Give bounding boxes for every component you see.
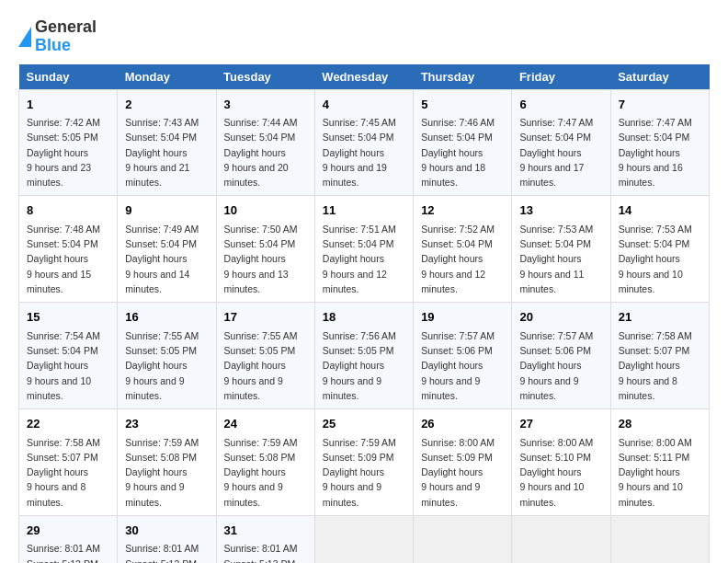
day-number: 26 [421, 415, 504, 433]
day-number: 24 [224, 415, 307, 433]
day-number: 12 [421, 201, 504, 220]
logo: General Blue [18, 18, 97, 55]
day-number: 23 [125, 415, 208, 433]
calendar-cell: 28Sunrise: 8:00 AMSunset: 5:11 PMDayligh… [610, 409, 709, 516]
calendar-cell: 25Sunrise: 7:59 AMSunset: 5:09 PMDayligh… [314, 409, 413, 516]
calendar-week-3: 15Sunrise: 7:54 AMSunset: 5:04 PMDayligh… [19, 303, 710, 409]
day-info: Sunrise: 7:46 AMSunset: 5:04 PMDaylight … [421, 115, 504, 190]
logo-name-blue: Blue [35, 37, 97, 55]
calendar-cell: 21Sunrise: 7:58 AMSunset: 5:07 PMDayligh… [610, 303, 709, 409]
logo-icon [18, 27, 31, 47]
calendar-cell: 10Sunrise: 7:50 AMSunset: 5:04 PMDayligh… [216, 196, 314, 303]
calendar-cell: 26Sunrise: 8:00 AMSunset: 5:09 PMDayligh… [414, 409, 512, 516]
calendar-cell: 20Sunrise: 7:57 AMSunset: 5:06 PMDayligh… [512, 303, 610, 409]
day-info: Sunrise: 7:44 AMSunset: 5:04 PMDaylight … [224, 115, 307, 190]
weekday-header-wednesday: Wednesday [314, 64, 413, 90]
day-number: 2 [125, 96, 208, 114]
calendar-cell: 27Sunrise: 8:00 AMSunset: 5:10 PMDayligh… [512, 409, 610, 516]
day-info: Sunrise: 7:58 AMSunset: 5:07 PMDaylight … [27, 435, 109, 510]
weekday-header-sunday: Sunday [19, 64, 118, 90]
day-number: 1 [27, 96, 109, 114]
day-info: Sunrise: 7:59 AMSunset: 5:08 PMDaylight … [125, 435, 208, 510]
calendar-cell: 18Sunrise: 7:56 AMSunset: 5:05 PMDayligh… [314, 303, 413, 409]
day-info: Sunrise: 7:47 AMSunset: 5:04 PMDaylight … [519, 115, 602, 190]
day-info: Sunrise: 7:59 AMSunset: 5:08 PMDaylight … [224, 435, 307, 510]
calendar-table: SundayMondayTuesdayWednesdayThursdayFrid… [18, 64, 710, 563]
calendar-cell: 16Sunrise: 7:55 AMSunset: 5:05 PMDayligh… [118, 303, 216, 409]
day-info: Sunrise: 7:49 AMSunset: 5:04 PMDaylight … [125, 222, 208, 296]
weekday-header-row: SundayMondayTuesdayWednesdayThursdayFrid… [19, 64, 710, 90]
day-number: 5 [421, 96, 504, 114]
day-number: 20 [519, 308, 602, 327]
weekday-header-saturday: Saturday [610, 64, 709, 90]
weekday-header-thursday: Thursday [414, 64, 512, 90]
day-info: Sunrise: 7:55 AMSunset: 5:05 PMDaylight … [125, 328, 208, 403]
day-number: 13 [519, 201, 602, 220]
day-info: Sunrise: 8:01 AMSunset: 5:13 PMDaylight … [224, 541, 307, 563]
day-number: 25 [323, 415, 405, 433]
day-number: 3 [224, 96, 307, 114]
day-info: Sunrise: 7:43 AMSunset: 5:04 PMDaylight … [125, 115, 208, 190]
calendar-cell: 22Sunrise: 7:58 AMSunset: 5:07 PMDayligh… [19, 409, 118, 516]
day-number: 8 [27, 201, 109, 220]
day-number: 16 [125, 308, 208, 327]
day-info: Sunrise: 7:55 AMSunset: 5:05 PMDaylight … [224, 328, 307, 403]
calendar-cell: 12Sunrise: 7:52 AMSunset: 5:04 PMDayligh… [414, 196, 512, 303]
day-number: 10 [224, 201, 307, 220]
day-number: 19 [421, 308, 504, 327]
day-info: Sunrise: 7:51 AMSunset: 5:04 PMDaylight … [323, 222, 405, 296]
day-info: Sunrise: 8:01 AMSunset: 5:12 PMDaylight … [27, 541, 109, 563]
day-number: 27 [519, 415, 602, 433]
day-number: 7 [619, 96, 701, 114]
weekday-header-monday: Monday [118, 64, 216, 90]
day-info: Sunrise: 8:01 AMSunset: 5:12 PMDaylight … [125, 541, 208, 563]
page-header: General Blue [18, 18, 710, 55]
calendar-cell: 1Sunrise: 7:42 AMSunset: 5:05 PMDaylight… [19, 89, 118, 196]
calendar-cell: 9Sunrise: 7:49 AMSunset: 5:04 PMDaylight… [118, 196, 216, 303]
calendar-cell: 13Sunrise: 7:53 AMSunset: 5:04 PMDayligh… [512, 196, 610, 303]
logo-name-general: General [35, 18, 97, 37]
calendar-cell: 6Sunrise: 7:47 AMSunset: 5:04 PMDaylight… [512, 89, 610, 196]
day-number: 18 [323, 308, 405, 327]
calendar-cell: 24Sunrise: 7:59 AMSunset: 5:08 PMDayligh… [216, 409, 314, 516]
day-info: Sunrise: 8:00 AMSunset: 5:11 PMDaylight … [619, 435, 701, 510]
calendar-cell: 11Sunrise: 7:51 AMSunset: 5:04 PMDayligh… [314, 196, 413, 303]
day-info: Sunrise: 7:59 AMSunset: 5:09 PMDaylight … [323, 435, 405, 510]
day-number: 9 [125, 201, 208, 220]
day-info: Sunrise: 7:53 AMSunset: 5:04 PMDaylight … [519, 222, 602, 296]
calendar-cell: 29Sunrise: 8:01 AMSunset: 5:12 PMDayligh… [19, 515, 118, 563]
calendar-cell [512, 515, 610, 563]
calendar-cell: 3Sunrise: 7:44 AMSunset: 5:04 PMDaylight… [216, 89, 314, 196]
calendar-cell: 4Sunrise: 7:45 AMSunset: 5:04 PMDaylight… [314, 89, 413, 196]
day-info: Sunrise: 7:48 AMSunset: 5:04 PMDaylight … [27, 222, 109, 296]
day-number: 31 [224, 522, 307, 540]
day-number: 17 [224, 308, 307, 327]
day-number: 30 [125, 522, 208, 540]
day-info: Sunrise: 8:00 AMSunset: 5:10 PMDaylight … [519, 435, 602, 510]
day-info: Sunrise: 7:42 AMSunset: 5:05 PMDaylight … [27, 115, 109, 190]
day-number: 22 [27, 415, 109, 433]
calendar-cell: 23Sunrise: 7:59 AMSunset: 5:08 PMDayligh… [118, 409, 216, 516]
day-number: 28 [619, 415, 701, 433]
calendar-cell [414, 515, 512, 563]
calendar-cell [314, 515, 413, 563]
calendar-cell: 7Sunrise: 7:47 AMSunset: 5:04 PMDaylight… [610, 89, 709, 196]
calendar-week-1: 1Sunrise: 7:42 AMSunset: 5:05 PMDaylight… [19, 89, 710, 196]
day-number: 4 [323, 96, 405, 114]
weekday-header-friday: Friday [512, 64, 610, 90]
day-info: Sunrise: 7:50 AMSunset: 5:04 PMDaylight … [224, 222, 307, 296]
day-info: Sunrise: 8:00 AMSunset: 5:09 PMDaylight … [421, 435, 504, 510]
day-info: Sunrise: 7:54 AMSunset: 5:04 PMDaylight … [27, 328, 109, 403]
day-number: 6 [519, 96, 602, 114]
calendar-cell: 8Sunrise: 7:48 AMSunset: 5:04 PMDaylight… [19, 196, 118, 303]
calendar-cell: 17Sunrise: 7:55 AMSunset: 5:05 PMDayligh… [216, 303, 314, 409]
day-number: 21 [619, 308, 701, 327]
day-info: Sunrise: 7:47 AMSunset: 5:04 PMDaylight … [619, 115, 701, 190]
day-info: Sunrise: 7:53 AMSunset: 5:04 PMDaylight … [619, 222, 701, 296]
day-number: 29 [27, 522, 109, 540]
calendar-cell: 5Sunrise: 7:46 AMSunset: 5:04 PMDaylight… [414, 89, 512, 196]
day-number: 15 [27, 308, 109, 327]
day-info: Sunrise: 7:57 AMSunset: 5:06 PMDaylight … [421, 328, 504, 403]
calendar-cell: 31Sunrise: 8:01 AMSunset: 5:13 PMDayligh… [216, 515, 314, 563]
day-info: Sunrise: 7:57 AMSunset: 5:06 PMDaylight … [519, 328, 602, 403]
